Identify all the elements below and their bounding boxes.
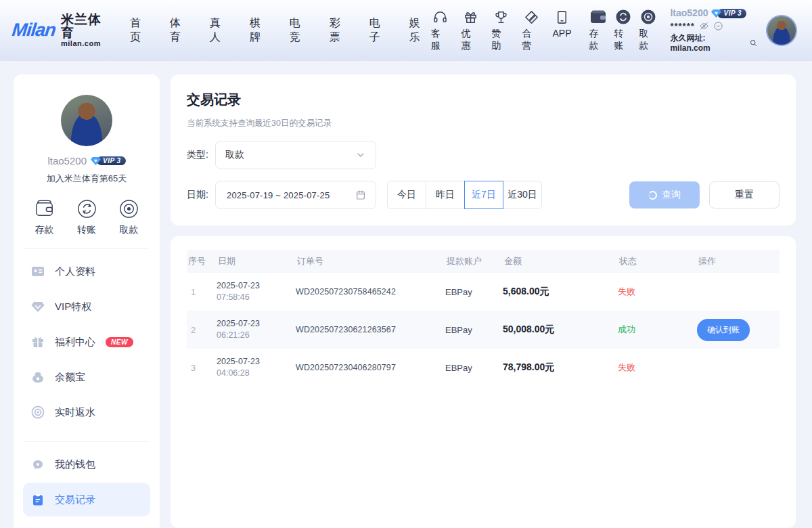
col-header-date: 日期 xyxy=(217,255,296,267)
sidebar-item-yuebao[interactable]: 余额宝 xyxy=(23,360,150,394)
vip-level-text: VIP 3 xyxy=(97,156,126,165)
nav-entertainment[interactable]: 娱乐 xyxy=(409,16,431,45)
sidebar-item-label: 个人资料 xyxy=(55,265,95,278)
sidebar-item-wallet[interactable]: 我的钱包 xyxy=(23,447,150,481)
row-order-number: WD202507230621263567 xyxy=(296,325,445,334)
header-quick-links: 客服 优惠 赞助 合营 APP xyxy=(431,9,572,52)
range-today-button[interactable]: 今日 xyxy=(387,181,426,209)
dropdown-circle-icon[interactable] xyxy=(713,21,723,31)
table-header-row: 序号 日期 订单号 提款账户 金额 状态 操作 xyxy=(187,250,780,273)
partner-icon xyxy=(524,9,539,25)
table-row: 2 2025-07-23 06:21:26 WD2025072306212635… xyxy=(187,311,780,349)
vip-badge: VIP 3 xyxy=(711,8,746,18)
range-7days-button[interactable]: 近7日 xyxy=(464,181,503,209)
username: ltao5200 xyxy=(670,7,708,20)
withdraw-icon xyxy=(640,9,656,25)
quick-action-label: 存款 xyxy=(35,224,54,236)
query-button[interactable]: 查询 xyxy=(629,181,700,208)
sidebar-username: ltao5200 xyxy=(47,155,87,167)
range-30days-button[interactable]: 近30日 xyxy=(503,181,542,209)
headset-icon xyxy=(432,9,448,25)
reset-button[interactable]: 重置 xyxy=(709,181,780,208)
col-header-order: 订单号 xyxy=(296,255,445,267)
row-withdraw-account: EBPay xyxy=(445,363,503,373)
quick-link-label: 赞助 xyxy=(492,28,511,52)
transaction-record-icon xyxy=(31,493,45,506)
transfer-icon xyxy=(615,9,631,25)
sidebar-item-bets[interactable]: 投注记录 xyxy=(23,518,150,528)
col-header-amount: 金额 xyxy=(503,255,618,267)
sidebar-avatar[interactable] xyxy=(61,95,112,146)
nav-slots[interactable]: 电子 xyxy=(369,16,391,45)
eye-off-icon[interactable] xyxy=(699,21,709,31)
nav-home[interactable]: 首页 xyxy=(130,16,152,45)
user-avatar[interactable] xyxy=(766,15,797,46)
sidebar-item-welfare[interactable]: 福利中心 NEW xyxy=(23,325,150,359)
divider xyxy=(24,441,149,442)
sidebar-item-label: 实时返水 xyxy=(55,406,95,419)
quick-link-label: 合营 xyxy=(522,28,541,52)
sidebar-quick-actions: 存款 转账 取款 xyxy=(14,198,160,236)
table-row: 3 2025-07-23 04:06:28 WD2025072304062807… xyxy=(187,349,780,387)
rebate-coin-icon xyxy=(31,405,45,419)
deposit-action[interactable]: 存款 xyxy=(34,198,55,236)
sidebar-item-profile[interactable]: 个人资料 xyxy=(23,255,150,288)
sponsor-link[interactable]: 赞助 xyxy=(492,9,511,52)
date-range-input[interactable]: 2025-07-19 ~ 2025-07-25 xyxy=(215,181,376,209)
masked-balance: ****** xyxy=(670,21,694,32)
sidebar-item-rebate[interactable]: 实时返水 xyxy=(23,395,150,429)
nav-esports[interactable]: 电竞 xyxy=(290,16,311,45)
row-status: 失败 xyxy=(618,361,697,374)
app-download-link[interactable]: APP xyxy=(552,9,571,52)
transfer-icon xyxy=(76,198,97,219)
sidebar-item-vip[interactable]: VIP特权 xyxy=(23,290,150,324)
sidebar-item-transactions[interactable]: 交易记录 xyxy=(23,483,150,516)
nav-lottery[interactable]: 彩票 xyxy=(330,16,351,45)
sidebar-vip-badge: VIP 3 xyxy=(91,156,126,166)
type-select[interactable]: 取款 xyxy=(215,141,376,169)
row-time: 04:06:28 xyxy=(217,369,296,378)
quick-range-group: 今日 昨日 近7日 近30日 xyxy=(387,181,542,209)
date-label: 日期: xyxy=(187,189,215,201)
permanent-url-text: 永久网址: milan.com xyxy=(670,33,748,53)
site-logo[interactable]: Milan 米兰体育 milan.com xyxy=(12,13,115,47)
calendar-icon xyxy=(355,190,366,200)
wallet-link-label: 转账 xyxy=(614,28,633,52)
query-button-label: 查询 xyxy=(662,189,681,201)
customer-service-link[interactable]: 客服 xyxy=(431,9,450,52)
col-header-status: 状态 xyxy=(618,255,697,267)
row-time: 07:58:46 xyxy=(217,293,296,303)
transfer-link[interactable]: 转账 xyxy=(614,9,633,52)
type-select-value: 取款 xyxy=(225,149,355,161)
row-order-number: WD202507230758465242 xyxy=(296,287,445,296)
confirm-received-button[interactable]: 确认到账 xyxy=(697,319,750,341)
transfer-action[interactable]: 转账 xyxy=(76,198,97,236)
col-header-account: 提款账户 xyxy=(445,255,503,267)
logo-script-text: Milan xyxy=(11,20,56,41)
sidebar-item-label: 交易记录 xyxy=(55,493,95,506)
magnifier-icon[interactable] xyxy=(749,39,758,47)
page-title: 交易记录 xyxy=(187,91,780,109)
sidebar-item-label: VIP特权 xyxy=(55,301,91,313)
nav-live[interactable]: 真人 xyxy=(210,16,231,45)
withdraw-action[interactable]: 取款 xyxy=(118,198,139,236)
row-withdraw-account: EBPay xyxy=(445,325,503,335)
sidebar-item-label: 余额宝 xyxy=(55,371,85,384)
transactions-table-panel: 序号 日期 订单号 提款账户 金额 状态 操作 1 2025-07-23 07:… xyxy=(171,236,796,528)
promotions-link[interactable]: 优惠 xyxy=(461,9,480,52)
nav-sports[interactable]: 体育 xyxy=(170,16,191,45)
profile-sidebar: ltao5200 VIP 3 加入米兰体育第65天 存款 转账 取款 xyxy=(14,74,160,528)
wallet-link-label: 存款 xyxy=(589,28,608,52)
nav-cards[interactable]: 棋牌 xyxy=(250,16,271,45)
top-navbar: Milan 米兰体育 milan.com 首页 体育 真人 棋牌 电竞 彩票 电… xyxy=(0,0,812,61)
col-header-index: 序号 xyxy=(187,255,217,267)
row-status: 失败 xyxy=(618,286,697,298)
vip-diamond-icon xyxy=(711,8,721,18)
partner-link[interactable]: 合营 xyxy=(522,9,541,52)
row-date: 2025-07-23 xyxy=(217,282,296,291)
range-yesterday-button[interactable]: 昨日 xyxy=(426,181,465,209)
deposit-link[interactable]: 存款 xyxy=(589,9,608,52)
quick-link-label: APP xyxy=(552,28,571,39)
withdraw-link[interactable]: 取款 xyxy=(639,9,658,52)
row-amount: 50,008.00元 xyxy=(503,324,618,336)
